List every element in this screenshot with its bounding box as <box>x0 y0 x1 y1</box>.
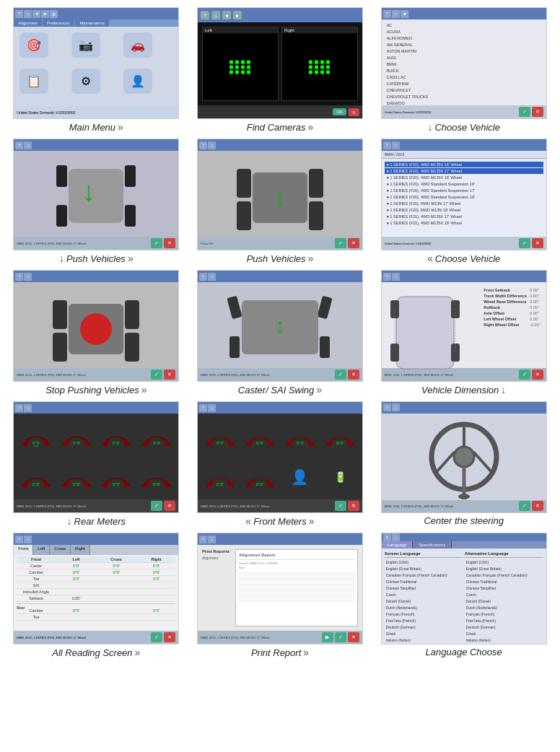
vehicle-item-cadillac[interactable]: CADILLAC <box>385 74 543 80</box>
confirm-button[interactable]: ✓ <box>519 501 530 511</box>
lang-free7aka[interactable]: Free7aka (French) <box>385 618 463 624</box>
cancel-button[interactable]: ✕ <box>164 238 175 248</box>
icon-report[interactable]: 📋 <box>19 69 48 94</box>
bmw-model-7[interactable]: ● 1 SERIES (F20), RWD M135i 17' Wheel <box>385 201 543 206</box>
lang-english-usa[interactable]: English (USA) <box>385 559 463 565</box>
alt-lang-english-gb[interactable]: English (Great Britain) <box>465 566 543 572</box>
bmw-model-1[interactable]: ● 1 SERIES (F20), 4WD M135X 16' Wheel <box>385 162 543 167</box>
dot <box>320 70 324 74</box>
cancel-button[interactable]: ✕ <box>348 238 359 248</box>
vehicle-item-audi[interactable]: AUDI <box>385 55 543 61</box>
alt-lang-chinese-trad[interactable]: Chinese Traditional <box>465 579 543 585</box>
confirm-button[interactable]: ✓ <box>335 370 346 380</box>
lang-chinese-simp[interactable]: Chinese Simplified <box>385 585 463 591</box>
confirm-button[interactable]: ✓ <box>151 370 162 380</box>
confirm-button[interactable]: ✓ <box>335 501 346 511</box>
lang-dutch[interactable]: Dutch (Nederlands) <box>385 605 463 611</box>
lang-alt-list[interactable]: English (USA) English (Great Britain) Ca… <box>465 559 543 644</box>
vehicle-item-bmw[interactable]: BMW <box>385 61 543 67</box>
lang-tabs[interactable]: Language Specifications <box>382 541 546 548</box>
bmw-model-4[interactable]: ● 1 SERIES (F20), 4WD Standard Suspensio… <box>385 181 543 187</box>
bmw-model-10[interactable]: ● 1 SERIES (F21), 4WD M135X 18' Wheel <box>385 220 543 226</box>
vehicle-item-aston[interactable]: ASTON MARTIN <box>385 48 543 54</box>
confirm-button[interactable]: ✓ <box>519 238 530 248</box>
lang-german[interactable]: Deutsch (German) <box>385 624 463 630</box>
ok-button[interactable]: OK <box>333 108 346 115</box>
cancel-button[interactable]: ✕ <box>532 107 543 117</box>
alt-lang-free7aka[interactable]: Free7aka (French) <box>465 618 543 624</box>
alt-lang-dutch[interactable]: Dutch (Nederlands) <box>465 605 543 611</box>
alt-lang-french[interactable]: Français (French) <box>465 611 543 617</box>
icon-settings[interactable]: ⚙ <box>71 69 100 94</box>
bmw-model-list[interactable]: ● 1 SERIES (F20), 4WD M135X 16' Wheel ● … <box>382 159 546 237</box>
confirm-button[interactable]: ✓ <box>335 632 346 642</box>
icon-alignment[interactable]: 🎯 <box>19 32 48 58</box>
vehicle-item-buick[interactable]: BUICK <box>385 68 543 74</box>
bmw-model-3[interactable]: ● 1 SERIES (F20), 4WD M135X 18' Wheel <box>385 175 543 180</box>
tab-left[interactable]: Left <box>33 545 50 555</box>
alt-lang-english-usa[interactable]: English (USA) <box>465 559 543 565</box>
vehicle-list[interactable]: AC ACURA ALFA ROMEO AM GENERAL ASTON MAR… <box>382 19 546 105</box>
lang-korean[interactable]: Korean <box>385 644 463 644</box>
alt-lang-czech[interactable]: Czech <box>465 592 543 598</box>
lang-primary-list[interactable]: English (USA) English (Great Britain) Ca… <box>385 559 463 644</box>
tab-specifications[interactable]: Specifications <box>413 541 452 548</box>
lang-canadian-fr[interactable]: Canadian Français (French Canadian) <box>385 572 463 578</box>
icon-user[interactable]: 👤 <box>123 69 152 94</box>
cancel-button[interactable]: ✕ <box>348 632 359 642</box>
lang-danish[interactable]: Danish (Dansk) <box>385 598 463 604</box>
tab-right[interactable]: Right <box>71 545 90 555</box>
alt-lang-korean[interactable]: Korean <box>465 644 543 644</box>
confirm-button[interactable]: ✓ <box>151 501 162 511</box>
confirm-button[interactable]: ✓ <box>519 370 530 380</box>
alt-lang-chinese-simp[interactable]: Chinese Simplified <box>465 585 543 591</box>
lang-french[interactable]: Français (French) <box>385 611 463 617</box>
print-button[interactable]: ▶ <box>322 632 333 642</box>
tab-cross[interactable]: Cross <box>50 545 71 555</box>
tab-maintenance[interactable]: Maintenance <box>75 19 108 27</box>
vehicle-item-acura[interactable]: ACURA <box>385 29 543 35</box>
cancel-button[interactable]: ✕ <box>348 501 359 511</box>
tab-alignment[interactable]: Alignment <box>14 19 42 27</box>
lang-chinese-trad[interactable]: Chinese Traditional <box>385 579 463 585</box>
cancel-button[interactable]: ✕ <box>164 632 175 642</box>
icon-camera[interactable]: 📷 <box>71 32 100 58</box>
vehicle-item-am[interactable]: AM GENERAL <box>385 42 543 48</box>
bmw-model-5[interactable]: ● 1 SERIES (F20), 4WD Standard Suspensio… <box>385 188 543 193</box>
icon-car[interactable]: 🚗 <box>123 32 152 58</box>
alt-lang-greek[interactable]: Greek <box>465 631 543 637</box>
cancel-button[interactable]: ✕ <box>164 370 175 380</box>
cancel-button[interactable]: ✕ <box>164 501 175 511</box>
tab-front[interactable]: Front <box>14 545 33 555</box>
cancel-button[interactable]: ✕ <box>532 370 543 380</box>
alt-lang-canadian-fr[interactable]: Canadian Français (French Canadian) <box>465 572 543 578</box>
lang-czech[interactable]: Czech <box>385 592 463 598</box>
vehicle-item-daewoo[interactable]: DAEWOO <box>385 100 543 105</box>
cancel-button[interactable]: ✕ <box>532 238 543 248</box>
bmw-model-8[interactable]: ● 1 SERIES (F20), RWD M135i 18' Wheel <box>385 207 543 213</box>
cancel-button[interactable]: ✕ <box>348 370 359 380</box>
vehicle-item-chevy[interactable]: CHEVROLET <box>385 87 543 93</box>
confirm-button[interactable]: ✓ <box>151 238 162 248</box>
bmw-model-6[interactable]: ● 1 SERIES (F20), 4WD Standard Suspensio… <box>385 194 543 200</box>
alt-lang-danish[interactable]: Danish (Dansk) <box>465 598 543 604</box>
bmw-model-2[interactable]: ● 1 SERIES (F20), 4WD M135X 17' Wheel <box>385 168 543 174</box>
vehicle-item-ac[interactable]: AC <box>385 22 543 28</box>
confirm-button[interactable]: ✓ <box>151 632 162 642</box>
read-tabs[interactable]: Front Left Cross Right <box>14 545 178 555</box>
tab-preferences[interactable]: Preferences <box>43 19 74 27</box>
confirm-button[interactable]: ✓ <box>519 107 530 117</box>
lang-greek[interactable]: Greek <box>385 631 463 637</box>
tab-language[interactable]: Language <box>382 541 414 548</box>
lang-italian[interactable]: Italiano (Italian) <box>385 637 463 643</box>
cancel-button[interactable]: ✕ <box>532 501 543 511</box>
cancel-button[interactable]: ✕ <box>349 108 359 116</box>
lang-english-gb[interactable]: English (Great Britain) <box>385 566 463 572</box>
confirm-button[interactable]: ✓ <box>335 238 346 248</box>
alt-lang-italian[interactable]: Italiano (Italian) <box>465 637 543 643</box>
alt-lang-german[interactable]: Deutsch (German) <box>465 624 543 630</box>
vehicle-item-chevy-trucks[interactable]: CHEVROLET TRUCKS <box>385 94 543 100</box>
bmw-model-9[interactable]: ● 1 SERIES (F21), 4WD M135X 17' Wheel <box>385 214 543 219</box>
vehicle-item-alfa[interactable]: ALFA ROMEO <box>385 35 543 41</box>
vehicle-item-caterham[interactable]: CATERHAM <box>385 81 543 87</box>
